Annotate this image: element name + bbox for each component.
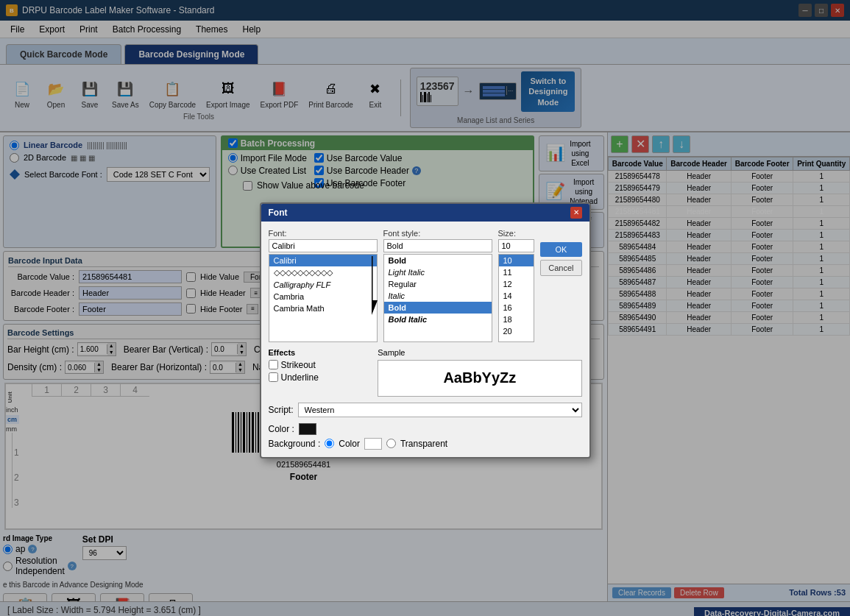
font-style-col-label: Font style: xyxy=(383,229,492,238)
bg-color-label: Color xyxy=(339,439,360,449)
size-11[interactable]: 11 xyxy=(499,266,534,278)
sample-display: AaBbYyZz xyxy=(378,360,581,397)
font-list-item-calibri[interactable]: Calibri xyxy=(269,255,377,266)
sample-title: Sample xyxy=(378,348,581,357)
font-list-item-symbols[interactable]: ◇◇◇◇◇◇◇◇◇◇ xyxy=(269,266,377,279)
font-list-item-cambria-math[interactable]: Cambria Math xyxy=(269,302,377,314)
dialog-color-section: Color : Background : Color Transparent xyxy=(269,423,582,450)
dialog-sample-section: Sample AaBbYyZz xyxy=(378,348,581,397)
font-dialog-overlay: Font ✕ Font: Calibri ◇◇◇◇◇◇◇◇◇◇ Calligra… xyxy=(0,0,850,616)
font-style-italic[interactable]: Italic xyxy=(384,290,492,302)
dialog-font-style-col: Font style: Bold Light Italic Regular It… xyxy=(383,229,492,342)
dialog-close-button[interactable]: ✕ xyxy=(570,207,582,219)
font-list[interactable]: Calibri ◇◇◇◇◇◇◇◇◇◇ Calligraphy FLF Cambr… xyxy=(269,254,378,342)
size-12[interactable]: 12 xyxy=(499,278,534,290)
dialog-body: Font: Calibri ◇◇◇◇◇◇◇◇◇◇ Calligraphy FLF… xyxy=(261,222,589,457)
size-14[interactable]: 14 xyxy=(499,290,534,302)
effects-title: Effects xyxy=(269,348,371,357)
font-style-light-italic[interactable]: Light Italic xyxy=(384,266,492,278)
font-input[interactable] xyxy=(269,239,378,252)
dialog-title-bar: Font ✕ xyxy=(261,204,589,222)
font-col-label: Font: xyxy=(269,229,378,238)
dialog-ok-button[interactable]: OK xyxy=(540,242,581,257)
script-select[interactable]: Western xyxy=(298,403,582,417)
dialog-main-row: Font: Calibri ◇◇◇◇◇◇◇◇◇◇ Calligraphy FLF… xyxy=(269,229,582,342)
strikeout-label: Strikeout xyxy=(281,360,316,370)
dialog-script-row: Script: Western xyxy=(269,403,582,417)
size-20[interactable]: 20 xyxy=(499,325,534,337)
font-list-item-cambria[interactable]: Cambria xyxy=(269,291,377,302)
bg-transparent-radio[interactable] xyxy=(386,439,396,448)
font-style-input[interactable] xyxy=(383,239,492,252)
size-16[interactable]: 16 xyxy=(499,302,534,314)
font-style-bold[interactable]: Bold xyxy=(384,255,492,266)
size-18[interactable]: 18 xyxy=(499,314,534,325)
color-label: Color : xyxy=(269,424,294,434)
bg-color-radio[interactable] xyxy=(325,439,334,448)
bg-color-swatch[interactable] xyxy=(364,438,382,450)
script-label: Script: xyxy=(269,405,294,415)
font-style-regular[interactable]: Regular xyxy=(384,278,492,290)
size-input[interactable] xyxy=(498,239,535,252)
underline-label: Underline xyxy=(281,372,319,383)
font-style-bold-italic[interactable]: Bold Italic xyxy=(384,314,492,325)
background-label: Background : xyxy=(269,439,321,449)
size-col-label: Size: xyxy=(498,229,535,238)
size-list[interactable]: 10 11 12 14 16 18 20 xyxy=(498,254,535,342)
strikeout-checkbox[interactable] xyxy=(269,360,278,369)
dialog-effects-section: Effects Strikeout Underline xyxy=(269,348,371,397)
size-10[interactable]: 10 xyxy=(499,255,534,266)
font-dialog: Font ✕ Font: Calibri ◇◇◇◇◇◇◇◇◇◇ Calligra… xyxy=(260,202,591,459)
bg-transparent-label: Transparent xyxy=(400,439,447,449)
font-list-item-calligraphy[interactable]: Calligraphy FLF xyxy=(269,279,377,291)
dialog-effects-sample-row: Effects Strikeout Underline Sample AaBbY… xyxy=(269,348,582,397)
underline-checkbox[interactable] xyxy=(269,372,278,382)
dialog-font-col: Font: Calibri ◇◇◇◇◇◇◇◇◇◇ Calligraphy FLF… xyxy=(269,229,378,342)
dialog-cancel-button[interactable]: Cancel xyxy=(540,260,581,276)
font-style-list[interactable]: Bold Light Italic Regular Italic Bold Bo… xyxy=(383,254,492,342)
dialog-size-col: Size: 10 11 12 14 16 18 20 xyxy=(498,229,535,342)
dialog-action-buttons: OK Cancel xyxy=(540,229,581,342)
font-style-bold-selected[interactable]: Bold xyxy=(384,302,492,314)
dialog-title-text: Font xyxy=(269,208,288,218)
color-swatch[interactable] xyxy=(299,423,316,435)
